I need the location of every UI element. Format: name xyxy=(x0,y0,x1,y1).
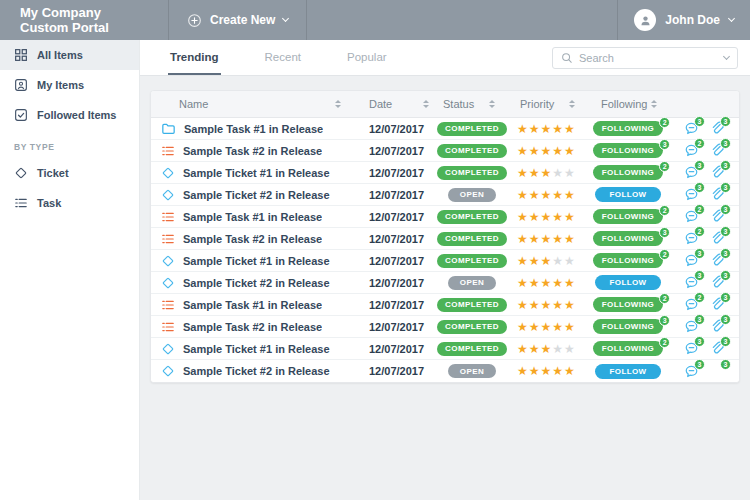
sort-date-button[interactable] xyxy=(421,98,431,110)
item-name-link[interactable]: Sample Task #1 in Release xyxy=(183,211,322,223)
table-row[interactable]: Sample Ticket #1 in Release 12/07/2017 C… xyxy=(151,338,739,360)
star-filled-icon[interactable]: ★ xyxy=(529,166,541,180)
item-name-link[interactable]: Sample Ticket #1 in Release xyxy=(183,167,330,179)
star-filled-icon[interactable]: ★ xyxy=(552,320,564,334)
comments-icon[interactable]: 2 xyxy=(684,231,699,246)
item-name-link[interactable]: Sample Task #2 in Release xyxy=(183,233,322,245)
star-empty-icon[interactable]: ★ xyxy=(564,254,576,268)
star-filled-icon[interactable]: ★ xyxy=(564,144,576,158)
item-name-link[interactable]: Sample Ticket #1 in Release xyxy=(183,343,330,355)
table-row[interactable]: Sample Task #1 in Release 12/07/2017 COM… xyxy=(151,118,739,140)
sort-priority-button[interactable] xyxy=(567,98,577,110)
follow-button[interactable]: FOLLOWING xyxy=(593,253,663,268)
follow-button[interactable]: FOLLOW xyxy=(595,364,660,379)
attachment-icon[interactable]: 3 xyxy=(710,297,725,312)
star-filled-icon[interactable]: ★ xyxy=(517,276,529,290)
star-filled-icon[interactable]: ★ xyxy=(541,166,553,180)
sidebar-item-all-items[interactable]: All Items xyxy=(0,40,139,70)
table-row[interactable]: Sample Task #2 in Release 12/07/2017 COM… xyxy=(151,140,739,162)
comments-icon[interactable]: 3 xyxy=(684,341,699,356)
star-filled-icon[interactable]: ★ xyxy=(529,210,541,224)
star-filled-icon[interactable]: ★ xyxy=(541,254,553,268)
sidebar-item-ticket[interactable]: Ticket xyxy=(0,158,139,188)
table-row[interactable]: Sample Ticket #2 in Release 12/07/2017 O… xyxy=(151,272,739,294)
star-filled-icon[interactable]: ★ xyxy=(529,144,541,158)
star-filled-icon[interactable]: ★ xyxy=(517,364,529,378)
star-filled-icon[interactable]: ★ xyxy=(541,188,553,202)
star-filled-icon[interactable]: ★ xyxy=(564,298,576,312)
tab-recent[interactable]: Recent xyxy=(263,40,303,75)
comments-icon[interactable]: 3 xyxy=(684,165,699,180)
attachment-icon[interactable]: 3 xyxy=(710,143,725,158)
sort-name-button[interactable] xyxy=(333,98,343,110)
star-filled-icon[interactable]: ★ xyxy=(529,188,541,202)
tab-popular[interactable]: Popular xyxy=(345,40,389,75)
star-filled-icon[interactable]: ★ xyxy=(529,122,541,136)
comments-icon[interactable]: 3 xyxy=(684,121,699,136)
follow-button[interactable]: FOLLOWING xyxy=(593,319,663,334)
star-filled-icon[interactable]: ★ xyxy=(517,254,529,268)
follow-button[interactable]: FOLLOWING xyxy=(593,121,663,136)
star-filled-icon[interactable]: ★ xyxy=(552,122,564,136)
star-empty-icon[interactable]: ★ xyxy=(564,342,576,356)
item-name-link[interactable]: Sample Task #1 in Release xyxy=(183,299,322,311)
comments-icon[interactable]: 3 xyxy=(684,275,699,290)
table-row[interactable]: Sample Task #1 in Release 12/07/2017 COM… xyxy=(151,206,739,228)
star-filled-icon[interactable]: ★ xyxy=(529,320,541,334)
star-filled-icon[interactable]: ★ xyxy=(552,144,564,158)
star-filled-icon[interactable]: ★ xyxy=(564,188,576,202)
follow-button[interactable]: FOLLOWING xyxy=(593,231,663,246)
table-row[interactable]: Sample Task #1 in Release 12/07/2017 COM… xyxy=(151,294,739,316)
comments-icon[interactable]: 3 xyxy=(684,364,699,379)
star-filled-icon[interactable]: ★ xyxy=(517,298,529,312)
star-filled-icon[interactable]: ★ xyxy=(529,342,541,356)
star-empty-icon[interactable]: ★ xyxy=(552,342,564,356)
sidebar-item-followed-items[interactable]: Followed Items xyxy=(0,100,139,130)
star-filled-icon[interactable]: ★ xyxy=(541,144,553,158)
item-name-link[interactable]: Sample Task #2 in Release xyxy=(183,321,322,333)
attachment-icon[interactable]: 3 xyxy=(710,187,725,202)
item-name-link[interactable]: Sample Ticket #2 in Release xyxy=(183,365,330,377)
star-filled-icon[interactable]: ★ xyxy=(529,364,541,378)
star-empty-icon[interactable]: ★ xyxy=(552,166,564,180)
table-row[interactable]: Sample Task #2 in Release 12/07/2017 COM… xyxy=(151,228,739,250)
item-name-link[interactable]: Sample Ticket #2 in Release xyxy=(183,277,330,289)
follow-button[interactable]: FOLLOWING xyxy=(593,297,663,312)
star-filled-icon[interactable]: ★ xyxy=(517,166,529,180)
attachment-icon[interactable]: 3 xyxy=(710,121,725,136)
star-filled-icon[interactable]: ★ xyxy=(564,122,576,136)
follow-button[interactable]: FOLLOWING xyxy=(593,165,663,180)
star-filled-icon[interactable]: ★ xyxy=(552,364,564,378)
star-filled-icon[interactable]: ★ xyxy=(552,188,564,202)
follow-button[interactable]: FOLLOWING xyxy=(593,209,663,224)
sort-status-button[interactable] xyxy=(487,98,497,110)
attachment-icon[interactable]: 3 xyxy=(710,364,725,379)
star-filled-icon[interactable]: ★ xyxy=(564,210,576,224)
star-filled-icon[interactable]: ★ xyxy=(517,188,529,202)
comments-icon[interactable]: 2 xyxy=(684,209,699,224)
star-filled-icon[interactable]: ★ xyxy=(529,232,541,246)
create-new-button[interactable]: Create New xyxy=(168,0,307,40)
sidebar-item-my-items[interactable]: My Items xyxy=(0,70,139,100)
star-filled-icon[interactable]: ★ xyxy=(517,122,529,136)
star-filled-icon[interactable]: ★ xyxy=(564,276,576,290)
star-filled-icon[interactable]: ★ xyxy=(564,320,576,334)
attachment-icon[interactable]: 3 xyxy=(710,209,725,224)
chevron-down-icon[interactable] xyxy=(723,53,730,60)
attachment-icon[interactable]: 3 xyxy=(710,275,725,290)
attachment-icon[interactable]: 3 xyxy=(710,165,725,180)
sort-following-button[interactable] xyxy=(649,98,659,110)
star-filled-icon[interactable]: ★ xyxy=(552,298,564,312)
follow-button[interactable]: FOLLOWING xyxy=(593,143,663,158)
star-filled-icon[interactable]: ★ xyxy=(541,210,553,224)
follow-button[interactable]: FOLLOW xyxy=(595,187,660,202)
table-row[interactable]: Sample Ticket #2 in Release 12/07/2017 O… xyxy=(151,184,739,206)
star-filled-icon[interactable]: ★ xyxy=(517,144,529,158)
table-row[interactable]: Sample Ticket #2 in Release 12/07/2017 O… xyxy=(151,360,739,382)
star-filled-icon[interactable]: ★ xyxy=(552,210,564,224)
star-filled-icon[interactable]: ★ xyxy=(517,342,529,356)
star-filled-icon[interactable]: ★ xyxy=(552,232,564,246)
attachment-icon[interactable]: 3 xyxy=(710,319,725,334)
user-menu[interactable]: John Doe xyxy=(617,0,750,40)
item-name-link[interactable]: Sample Task #2 in Release xyxy=(183,145,322,157)
